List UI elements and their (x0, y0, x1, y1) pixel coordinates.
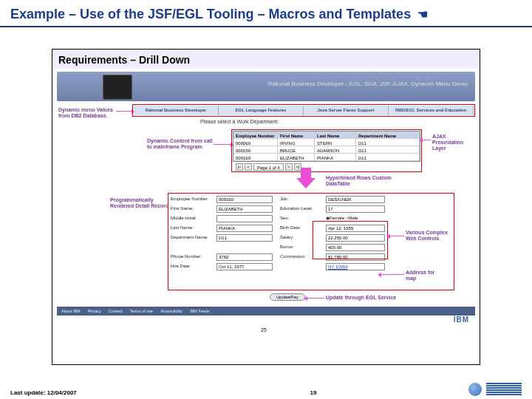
annot-dynamic-content: Dynamic Content from call to mainframe P… (147, 138, 214, 150)
pager-page: Page 1 of 4 (253, 163, 284, 171)
page-number: 19 (158, 389, 468, 396)
edu-level-field[interactable]: 17 (326, 205, 385, 213)
arrow-icon (389, 236, 404, 236)
pager-next[interactable]: > (285, 163, 293, 171)
lbl: Middle Initial: (171, 215, 209, 222)
job-field[interactable]: DESIGNER (326, 196, 385, 203)
first-name-field[interactable]: ELIZABETH (216, 205, 273, 213)
lbl: Job: (280, 196, 318, 203)
lbl: Phone Number: (171, 253, 209, 261)
lbl: Department Name: (171, 234, 209, 242)
th: Last Name (315, 132, 356, 139)
server-graphic (103, 75, 132, 100)
arrow-icon (214, 144, 231, 145)
dept-name-field[interactable]: D11 (216, 234, 273, 242)
data-table: Employee Number First Name Last Name Dep… (233, 131, 420, 162)
th: First Name (278, 132, 315, 139)
annot-update: Update through EGL Service (326, 295, 429, 301)
footer-link[interactable]: Privacy (88, 309, 101, 313)
redbox-complex (313, 221, 388, 259)
lbl (171, 244, 209, 251)
footer-link[interactable]: IBM Feeds (190, 309, 210, 313)
arrow-icon (307, 298, 324, 299)
slide-title-text: Example – Use of the JSF/EGL Tooling – M… (10, 7, 411, 21)
banner: Rational Business Developer - EGL, SOA, … (57, 72, 475, 101)
emp-num-field[interactable]: 000160 (216, 196, 273, 203)
annot-dynamic-menu: Dynamic menu Values from DB2 Database. (58, 107, 117, 119)
screenshot-title: Requirements – Drill Down (52, 50, 480, 69)
annot-address: Address for map (406, 270, 443, 282)
address-link[interactable]: NY 10954 (326, 263, 385, 270)
lbl: Employee Number: (171, 196, 209, 203)
lbl: Hire Date: (171, 263, 209, 270)
last-update: Last update: 12/04/2007 (10, 389, 158, 396)
mid-initial-field[interactable] (216, 215, 273, 222)
footer-link[interactable]: Accessibility (160, 309, 183, 313)
annot-progrender: Programmatically Rendered Detail Record (110, 197, 169, 209)
screenshot-panel: Requirements – Drill Down Rational Busin… (52, 49, 480, 365)
table-row: 000160 ELIZABETH PIANKA D11 (233, 154, 420, 161)
th: Department Name (356, 132, 420, 139)
lbl (280, 263, 318, 270)
annot-hyperrows: Hyperlinked Rows Custom DataTable (326, 175, 400, 187)
menu-item[interactable]: RBD/EGL Services and Education (389, 106, 474, 115)
footer-link[interactable]: About IBM (61, 309, 81, 313)
menu-bar: Rational Business Developer EGL Language… (134, 106, 474, 115)
menu-item[interactable]: EGL Language Features (219, 106, 304, 115)
annot-ajax: AJAX Presentation Layer (432, 134, 477, 151)
menu-item[interactable]: Rational Business Developer (134, 106, 219, 115)
update-pay-button[interactable]: UpdatePay (270, 293, 305, 301)
pager: |< < Page 1 of 4 > >| (236, 163, 301, 171)
table-row: 000060 IRVING STERN D11 (233, 139, 420, 146)
th: Employee Number (233, 132, 278, 139)
ibm-mini-logo: IBM (454, 316, 469, 324)
lbl: First Name: (171, 205, 209, 213)
arrow-icon (422, 140, 431, 140)
slide-footer: Last update: 12/04/2007 19 (0, 383, 532, 396)
lbl: Last Name: (171, 225, 209, 232)
table-row: 000150 BRUCE ADAMSON D11 (233, 146, 420, 154)
lbl: Education Level: (280, 205, 318, 213)
key-icon: ☚ (417, 7, 428, 22)
last-name-field[interactable]: PIANKA (216, 225, 273, 232)
bottom-links-bar: About IBM Privacy Contact Terms of use A… (57, 307, 475, 316)
pager-first[interactable]: |< (236, 163, 243, 171)
ibm-logo-wrap (468, 383, 522, 396)
banner-text: Rational Business Developer - EGL, SOA, … (268, 81, 468, 87)
hire-date-field[interactable]: Oct 11, 1977 (216, 263, 273, 270)
slide-title: Example – Use of the JSF/EGL Tooling – M… (0, 0, 532, 27)
inner-page-number: 25 (261, 327, 267, 332)
globe-icon (468, 383, 482, 396)
annot-complex: Various Complex Web Controls (406, 230, 450, 242)
arrow-icon (116, 111, 132, 112)
menu-item[interactable]: Java Server Faces Support (304, 106, 389, 115)
footer-link[interactable]: Terms of use (130, 309, 153, 313)
arrow-icon (381, 274, 404, 275)
dropdown-label: Please select a Work Department: (200, 119, 279, 124)
footer-link[interactable]: Contact (109, 309, 123, 313)
phone-field[interactable]: 3782 (216, 253, 273, 261)
ibm-logo (486, 383, 522, 396)
pager-prev[interactable]: < (245, 163, 252, 171)
